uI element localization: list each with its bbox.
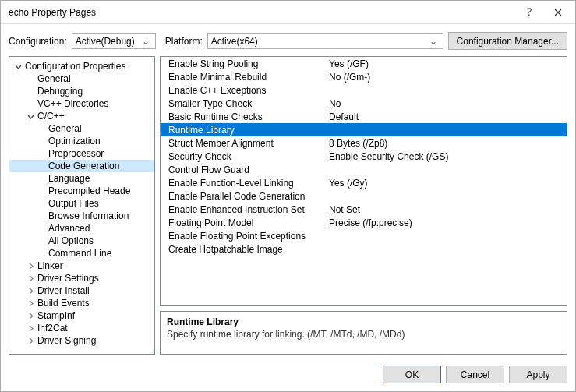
configuration-value: Active(Debug) [76,36,140,47]
property-name: Enable Minimal Rebuild [161,72,324,83]
cancel-button[interactable]: Cancel [446,366,504,383]
tree-node[interactable]: Optimization [9,135,154,147]
twisty-open-icon[interactable] [27,112,35,121]
description-title: Runtime Library [167,316,560,327]
ok-button[interactable]: OK [383,366,441,383]
tree-node[interactable]: VC++ Directories [9,97,154,110]
tree-node[interactable]: General [9,72,154,85]
tree-node[interactable]: General [9,122,154,135]
close-button[interactable] [540,1,575,24]
description-body: Specify runtime library for linking. (/M… [167,329,560,340]
property-value[interactable]: No (/Gm-) [324,72,567,83]
titlebar: echo Property Pages ? [1,1,575,24]
tree-node[interactable]: Preprocessor [9,147,154,160]
tree-node-c-cpp[interactable]: C/C++ [9,110,154,122]
platform-dropdown[interactable]: Active(x64) ⌄ [207,33,443,49]
window-title: echo Property Pages [9,7,518,18]
property-value[interactable]: Yes (/GF) [324,58,567,69]
tree-node[interactable]: Driver Signing [9,334,154,347]
tree-node[interactable]: Output Files [9,197,154,210]
property-row[interactable]: Security CheckEnable Security Check (/GS… [161,150,567,163]
property-value[interactable]: Not Set [324,204,567,215]
twisty-closed-icon[interactable] [27,287,35,295]
close-icon [554,9,562,16]
help-button[interactable]: ? [518,5,540,19]
twisty-closed-icon[interactable] [27,274,35,283]
configuration-label: Configuration: [9,36,67,47]
tree-node[interactable]: Advanced [9,222,154,235]
twisty-closed-icon[interactable] [27,337,35,345]
tree-node[interactable]: Build Events [9,297,154,309]
twisty-closed-icon[interactable] [27,262,35,270]
property-value[interactable]: No [324,98,567,109]
property-row[interactable]: Floating Point ModelPrecise (/fp:precise… [161,216,567,229]
property-name: Smaller Type Check [161,98,324,109]
property-row[interactable]: Enable C++ Exceptions [161,83,567,97]
tree-node-configuration-properties[interactable]: Configuration Properties [9,60,154,72]
property-value[interactable]: 8 Bytes (/Zp8) [324,138,567,149]
configuration-dropdown[interactable]: Active(Debug) ⌄ [72,33,156,49]
tree-node[interactable]: Driver Install [9,284,154,297]
platform-value: Active(x64) [211,36,427,47]
tree-node[interactable]: StampInf [9,309,154,322]
property-row[interactable]: Enable Function-Level LinkingYes (/Gy) [161,176,567,189]
property-row[interactable]: Basic Runtime ChecksDefault [161,110,567,123]
property-name: Enable String Pooling [161,58,324,69]
twisty-closed-icon[interactable] [27,299,35,308]
dialog-buttons: OK Cancel Apply [1,359,575,391]
property-value[interactable]: Enable Security Check (/GS) [324,151,567,162]
tree-node[interactable]: Browse Information [9,210,154,222]
config-toolbar: Configuration: Active(Debug) ⌄ Platform:… [1,24,575,56]
tree-node[interactable]: Precompiled Heade [9,185,154,197]
tree-panel[interactable]: Configuration PropertiesGeneralDebugging… [9,56,155,355]
tree-node[interactable]: Command Line [9,247,154,260]
tree-node[interactable]: Debugging [9,85,154,97]
property-name: Enable Enhanced Instruction Set [161,204,324,215]
tree-node[interactable]: Language [9,172,154,185]
description-panel: Runtime Library Specify runtime library … [160,311,567,355]
property-name: Struct Member Alignment [161,138,324,149]
twisty-closed-icon[interactable] [27,324,35,333]
property-name: Enable Parallel Code Generation [161,191,324,202]
property-name: Floating Point Model [161,217,324,228]
platform-label: Platform: [165,36,203,47]
twisty-closed-icon[interactable] [27,312,35,320]
twisty-open-icon[interactable] [14,62,23,71]
tree-node[interactable]: Linker [9,260,154,272]
property-name: Control Flow Guard [161,164,324,175]
property-name: Enable Floating Point Exceptions [161,231,324,242]
property-name: Runtime Library [161,125,324,136]
tree-node[interactable]: Inf2Cat [9,322,154,334]
property-name: Security Check [161,151,324,162]
property-row[interactable]: Control Flow Guard [161,163,567,176]
property-row[interactable]: Create Hotpatchable Image [161,242,567,256]
property-pages-window: echo Property Pages ? Configuration: Act… [0,0,576,392]
property-row[interactable]: Enable Minimal RebuildNo (/Gm-) [161,70,567,83]
property-row[interactable]: Enable String PoolingYes (/GF) [161,57,567,70]
apply-button[interactable]: Apply [509,366,567,383]
property-row[interactable]: Enable Enhanced Instruction SetNot Set [161,203,567,216]
chevron-down-icon: ⌄ [427,36,440,47]
property-row[interactable]: Smaller Type CheckNo [161,97,567,110]
property-value[interactable]: Default [324,111,567,122]
tree-node[interactable]: All Options [9,235,154,247]
property-row[interactable]: Runtime LibraryMulti-threaded Debug (/MT… [161,123,567,136]
property-grid[interactable]: Enable String PoolingYes (/GF)Enable Min… [160,56,567,306]
property-row[interactable]: Struct Member Alignment8 Bytes (/Zp8) [161,136,567,150]
property-row[interactable]: Enable Floating Point Exceptions [161,229,567,242]
property-name: Basic Runtime Checks [161,111,324,122]
property-value[interactable]: Precise (/fp:precise) [324,217,567,228]
tree-node[interactable]: Code Generation [9,160,154,172]
property-name: Create Hotpatchable Image [161,244,324,255]
property-name: Enable Function-Level Linking [161,178,324,189]
property-name: Enable C++ Exceptions [161,85,324,96]
property-row[interactable]: Enable Parallel Code Generation [161,189,567,203]
property-value[interactable]: Yes (/Gy) [324,178,567,189]
chevron-down-icon: ⌄ [140,36,152,47]
configuration-manager-button[interactable]: Configuration Manager... [448,32,567,50]
tree-node[interactable]: Driver Settings [9,272,154,284]
